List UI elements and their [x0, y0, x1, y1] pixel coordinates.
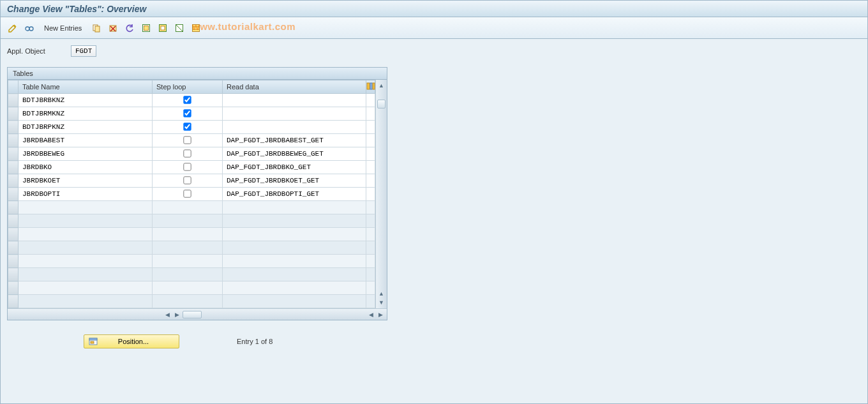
row-selector[interactable] — [8, 147, 19, 161]
cell-table-name[interactable]: BDTJBRMKNZ — [19, 108, 152, 119]
row-selector-header[interactable] — [8, 80, 19, 94]
cell-c[interactable] — [366, 174, 375, 188]
cell-c[interactable] — [366, 121, 375, 134]
col-table-name[interactable]: Table Name — [19, 80, 153, 94]
delete-icon[interactable] — [106, 21, 120, 35]
empty-cell — [223, 295, 366, 308]
row-selector[interactable] — [8, 121, 19, 134]
cell-read-data[interactable]: DAP_FGDT_JBRDBOPTI_GET — [223, 188, 366, 200]
empty-cell — [19, 201, 153, 214]
position-button[interactable]: Position... — [84, 334, 179, 348]
empty-cell — [153, 281, 223, 295]
hscroll-right2-icon[interactable]: ▶ — [377, 311, 384, 318]
horizontal-scrollbar[interactable]: ◀ ▶ ◀ ▶ — [8, 308, 387, 320]
cell-c[interactable] — [366, 94, 375, 107]
col-read-data[interactable]: Read data — [223, 80, 366, 94]
step-loop-checkbox[interactable] — [183, 123, 191, 130]
svg-point-0 — [26, 27, 29, 31]
deselect-all-icon[interactable] — [172, 21, 186, 35]
row-selector[interactable] — [8, 134, 19, 147]
table-row[interactable]: BDTJBRPKNZ — [8, 121, 375, 134]
empty-cell — [153, 228, 223, 241]
cell-table-name[interactable]: BDTJBRPKNZ — [19, 121, 152, 133]
cell-table-name[interactable]: JBRDBKO — [19, 161, 152, 173]
hscroll-left-icon[interactable]: ◀ — [163, 311, 171, 318]
glasses-icon[interactable] — [22, 21, 36, 35]
empty-cell — [366, 214, 375, 228]
table-row[interactable]: BDTJBRBKNZ — [8, 94, 375, 107]
step-loop-checkbox[interactable] — [183, 109, 191, 117]
col-step-loop[interactable]: Step loop — [153, 80, 223, 94]
cell-c[interactable] — [366, 107, 375, 121]
hscroll-right-icon[interactable]: ▶ — [173, 311, 181, 318]
undo-icon[interactable] — [123, 21, 137, 35]
row-selector[interactable] — [8, 107, 19, 121]
cell-table-name[interactable]: JBRDBABEST — [19, 135, 152, 146]
cell-read-data[interactable]: DAP_FGDT_JBRDBBEWEG_GET — [223, 148, 366, 160]
select-all-icon[interactable] — [139, 21, 153, 35]
row-selector[interactable] — [8, 214, 19, 228]
vertical-scrollbar[interactable]: ▲ ▲ ▼ — [375, 80, 387, 308]
row-selector[interactable] — [8, 228, 19, 241]
cell-read-data[interactable]: DAP_FGDT_JBRDBABEST_GET — [223, 135, 366, 146]
row-selector[interactable] — [8, 241, 19, 255]
cell-table-name[interactable]: JBRDBOPTI — [19, 188, 152, 200]
table-row[interactable]: JBRDBKODAP_FGDT_JBRDBKO_GET — [8, 161, 375, 174]
row-selector[interactable] — [8, 268, 19, 281]
vscroll-track[interactable] — [376, 89, 387, 290]
step-loop-checkbox[interactable] — [183, 149, 191, 157]
cell-read-data[interactable]: DAP_FGDT_JBRDBKOET_GET — [223, 175, 366, 186]
row-selector[interactable] — [8, 201, 19, 214]
table-row[interactable]: JBRDBABESTDAP_FGDT_JBRDBABEST_GET — [8, 134, 375, 147]
cell-read-data[interactable] — [223, 98, 366, 102]
cell-read-data[interactable]: DAP_FGDT_JBRDBKO_GET — [223, 161, 366, 173]
step-loop-checkbox[interactable] — [183, 176, 191, 184]
row-selector[interactable] — [8, 161, 19, 174]
table-row[interactable]: BDTJBRMKNZ — [8, 107, 375, 121]
select-block-icon[interactable] — [156, 21, 170, 35]
table-row — [8, 241, 375, 255]
cell-c[interactable] — [366, 147, 375, 161]
hscroll-thumb[interactable] — [183, 311, 202, 318]
appl-object-row: Appl. Object FGDT — [7, 45, 861, 57]
svg-rect-20 — [89, 338, 97, 340]
row-selector[interactable] — [8, 281, 19, 295]
cell-c[interactable] — [366, 188, 375, 201]
table-row[interactable]: JBRDBOPTIDAP_FGDT_JBRDBOPTI_GET — [8, 188, 375, 201]
step-loop-checkbox[interactable] — [183, 190, 191, 197]
svg-rect-13 — [193, 24, 200, 31]
scroll-down-icon[interactable]: ▲ — [378, 290, 385, 297]
row-selector[interactable] — [8, 174, 19, 188]
cell-read-data[interactable] — [223, 125, 366, 129]
configure-columns-icon[interactable] — [366, 82, 375, 92]
step-loop-checkbox[interactable] — [183, 136, 191, 144]
scroll-up-icon[interactable]: ▲ — [378, 82, 385, 89]
copy-icon[interactable] — [89, 21, 103, 35]
table-settings-icon[interactable] — [189, 21, 203, 35]
cell-c[interactable] — [366, 134, 375, 147]
table-row[interactable]: JBRDBKOETDAP_FGDT_JBRDBKOET_GET — [8, 174, 375, 188]
entry-counter: Entry 1 of 8 — [237, 338, 273, 345]
cell-read-data[interactable] — [223, 112, 366, 116]
step-loop-checkbox[interactable] — [183, 96, 191, 103]
new-entries-button[interactable]: New Entries — [39, 22, 87, 34]
empty-cell — [223, 255, 366, 268]
empty-cell — [153, 214, 223, 228]
scroll-down2-icon[interactable]: ▼ — [378, 299, 385, 306]
change-icon[interactable] — [6, 21, 20, 35]
vscroll-thumb[interactable] — [377, 100, 385, 108]
table-row[interactable]: JBRDBBEWEGDAP_FGDT_JBRDBBEWEG_GET — [8, 147, 375, 161]
row-selector[interactable] — [8, 188, 19, 201]
step-loop-checkbox[interactable] — [183, 163, 191, 170]
row-selector[interactable] — [8, 94, 19, 107]
cell-c[interactable] — [366, 161, 375, 174]
row-selector[interactable] — [8, 295, 19, 308]
grid-header-row: Table Name Step loop Read data — [8, 80, 375, 94]
cell-table-name[interactable]: JBRDBKOET — [19, 175, 152, 186]
cell-table-name[interactable]: JBRDBBEWEG — [19, 148, 152, 160]
empty-cell — [366, 281, 375, 295]
col-config[interactable] — [366, 80, 375, 94]
cell-table-name[interactable]: BDTJBRBKNZ — [19, 94, 152, 106]
hscroll-left2-icon[interactable]: ◀ — [367, 311, 375, 318]
row-selector[interactable] — [8, 255, 19, 268]
